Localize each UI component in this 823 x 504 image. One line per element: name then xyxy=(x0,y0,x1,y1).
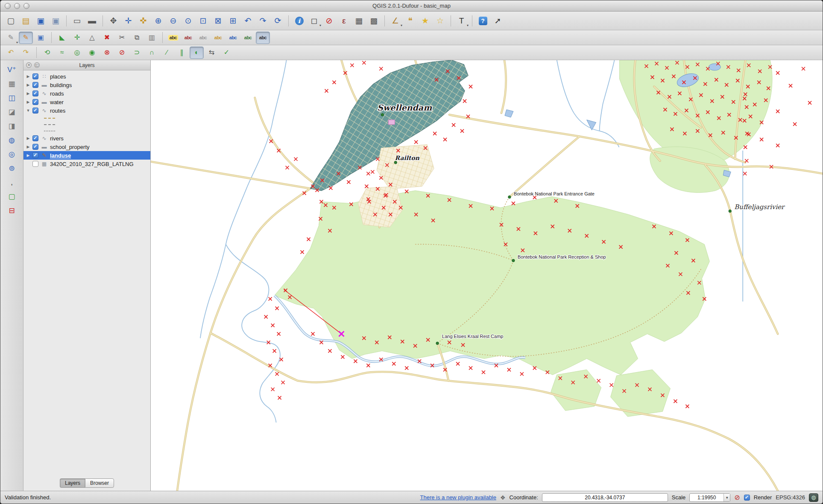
change-label-button[interactable]: abc xyxy=(256,32,270,44)
composer-manager-button[interactable]: ▬ xyxy=(85,15,99,27)
save-project-button[interactable]: ▣ xyxy=(34,15,48,27)
redo-button[interactable]: ↷ xyxy=(19,47,33,59)
touch-zoom-button[interactable]: ✥ xyxy=(106,15,120,27)
layer-visibility-checkbox[interactable] xyxy=(32,90,38,96)
zoom-to-layer-button[interactable]: ⊞ xyxy=(226,15,240,27)
layer-visibility-checkbox[interactable] xyxy=(32,161,38,167)
window-minimize-button[interactable] xyxy=(14,3,20,9)
tab-browser[interactable]: Browser xyxy=(85,478,114,488)
label-show-hide-button[interactable]: abc xyxy=(196,32,210,44)
crs-status-button[interactable]: ◍ xyxy=(809,493,818,502)
expander-icon[interactable]: ▶ xyxy=(26,153,30,157)
panel-close-button[interactable]: ✕ xyxy=(26,62,32,68)
layer-label[interactable]: landuse xyxy=(50,152,71,159)
dropdown-arrow-icon[interactable]: ▾ xyxy=(16,41,18,44)
save-project-as-button[interactable]: ▣ xyxy=(49,15,63,27)
zoom-next-button[interactable]: ↷ xyxy=(256,15,270,27)
toggle-editing-button[interactable]: ✎ xyxy=(19,32,33,44)
layer-visibility-checkbox[interactable] xyxy=(32,73,38,79)
label-highlight-button[interactable]: abc xyxy=(211,32,225,44)
copy-features-button[interactable]: ⧉ xyxy=(130,32,144,44)
current-edits-button[interactable]: ✎▾ xyxy=(4,32,18,44)
layer-item-routes[interactable]: ▼∿routes xyxy=(23,106,150,115)
add-wms-layer-button[interactable]: ◍ xyxy=(5,134,19,146)
layer-item-water[interactable]: ▶▬water xyxy=(23,98,150,106)
tab-layers[interactable]: Layers xyxy=(60,478,85,488)
simplify-feature-button[interactable]: ≈ xyxy=(55,47,69,59)
pan-to-selection-button[interactable]: ✜ xyxy=(136,15,150,27)
remove-layer-button[interactable]: ⊟ xyxy=(5,204,19,217)
expander-icon[interactable]: ▶ xyxy=(26,91,30,96)
add-feature-button[interactable]: ◣ xyxy=(55,32,69,44)
panel-float-button[interactable]: ◱ xyxy=(34,62,40,68)
plugin-icon[interactable]: ❖ xyxy=(500,494,506,501)
whats-this-button[interactable]: ➚ xyxy=(491,15,505,27)
expander-icon[interactable]: ▶ xyxy=(26,100,30,104)
expander-icon[interactable]: ▶ xyxy=(26,74,30,79)
identify-button[interactable]: i xyxy=(292,15,306,27)
layer-label[interactable]: school_property xyxy=(50,144,90,150)
layer-visibility-checkbox[interactable] xyxy=(32,135,38,141)
cut-features-button[interactable]: ✂ xyxy=(115,32,129,44)
add-raster-layer-button[interactable]: ▦ xyxy=(5,78,19,90)
expander-icon[interactable]: ▶ xyxy=(26,83,30,87)
merge-attributes-button[interactable]: ⇆ xyxy=(205,47,219,59)
window-zoom-button[interactable] xyxy=(23,3,29,9)
layer-label[interactable]: places xyxy=(50,73,66,80)
layer-label[interactable]: roads xyxy=(50,90,64,97)
labeling-options-button[interactable]: abc xyxy=(166,32,180,44)
select-by-expression-button[interactable]: ε xyxy=(337,15,351,27)
layer-item-buildings[interactable]: ▶▬buildings xyxy=(23,81,150,89)
add-mssql-layer-button[interactable]: ◨ xyxy=(5,120,19,132)
zoom-in-button[interactable]: ⊕ xyxy=(151,15,165,27)
delete-part-button[interactable]: ⊘ xyxy=(115,47,129,59)
layer-item-roads[interactable]: ▶∿roads xyxy=(23,89,150,98)
render-checkbox[interactable] xyxy=(744,495,750,501)
delete-selected-button[interactable]: ✖ xyxy=(100,32,114,44)
layer-label[interactable]: 3420C_2010_327_RGB_LATLNG xyxy=(50,161,134,167)
layer-visibility-checkbox[interactable] xyxy=(32,152,38,158)
expander-icon[interactable]: ▶ xyxy=(26,136,30,140)
reshape-features-button[interactable]: ⊃ xyxy=(130,47,144,59)
show-bookmarks-button[interactable]: ☆ xyxy=(433,15,447,27)
select-features-button[interactable]: ◻▾ xyxy=(307,15,321,27)
rotate-label-button[interactable]: abc xyxy=(241,32,255,44)
rotate-feature-button[interactable]: ⟲ xyxy=(40,47,54,59)
help-button[interactable]: ? xyxy=(476,15,490,27)
stop-render-icon[interactable]: ⊘ xyxy=(734,493,740,501)
zoom-out-button[interactable]: ⊖ xyxy=(166,15,180,27)
split-parts-button[interactable]: ∥ xyxy=(175,47,189,59)
scale-combobox[interactable]: 1:19950 ▾ xyxy=(689,493,730,502)
layer-visibility-checkbox[interactable] xyxy=(32,108,38,114)
window-close-button[interactable] xyxy=(5,3,11,9)
layer-style-item[interactable] xyxy=(23,121,150,128)
deselect-features-button[interactable]: ⊘ xyxy=(322,15,336,27)
add-wcs-layer-button[interactable]: ◎ xyxy=(5,148,19,160)
map-canvas[interactable]: Swellendam Railton Bontebok National Par… xyxy=(151,60,823,491)
add-spatialite-layer-button[interactable]: ◪ xyxy=(5,106,19,118)
new-bookmark-button[interactable]: ★ xyxy=(418,15,432,27)
add-vector-layer-button[interactable]: V⁺ xyxy=(5,64,19,76)
move-label-button[interactable]: abc xyxy=(226,32,240,44)
layer-visibility-checkbox[interactable] xyxy=(32,144,38,150)
move-feature-button[interactable]: ✛ xyxy=(70,32,84,44)
coordinate-input[interactable] xyxy=(542,493,668,502)
node-tool-button[interactable]: △ xyxy=(85,32,99,44)
new-shapefile-layer-button[interactable]: ▢ xyxy=(5,190,19,203)
field-calculator-button[interactable]: ▩ xyxy=(367,15,381,27)
layer-label[interactable]: water xyxy=(50,99,64,105)
add-wfs-layer-button[interactable]: ⊚ xyxy=(5,162,19,175)
zoom-native-button[interactable]: ⊙ xyxy=(181,15,195,27)
map-tips-button[interactable]: ❝ xyxy=(403,15,417,27)
add-part-button[interactable]: ◉ xyxy=(85,47,99,59)
layer-label[interactable]: buildings xyxy=(50,82,72,88)
check-validity-button[interactable]: ✓ xyxy=(220,47,234,59)
layer-item-landuse[interactable]: ▶✎landuse xyxy=(23,151,150,160)
layer-item-places[interactable]: ▶∷places xyxy=(23,72,150,81)
dropdown-arrow-icon[interactable]: ▾ xyxy=(319,23,321,27)
layer-item-school_property[interactable]: ▶▬school_property xyxy=(23,143,150,151)
offset-curve-button[interactable]: ∩ xyxy=(145,47,159,59)
open-project-button[interactable]: ▤ xyxy=(19,15,33,27)
pan-map-button[interactable]: ✛ xyxy=(121,15,135,27)
text-annotation-button[interactable]: T▾ xyxy=(454,15,469,27)
